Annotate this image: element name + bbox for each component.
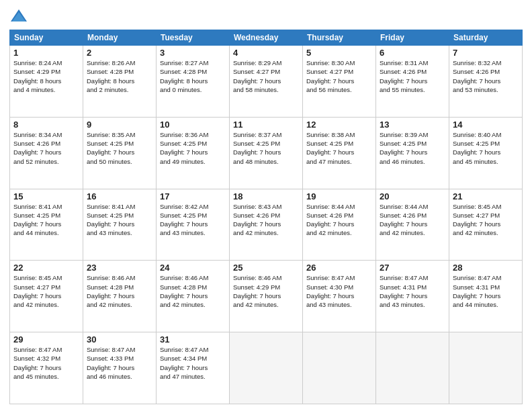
- day-info-line: Sunset: 4:27 PM: [453, 211, 519, 220]
- day-info-line: Sunset: 4:34 PM: [160, 354, 226, 363]
- day-info-line: and 55 minutes.: [380, 85, 445, 94]
- day-info-line: Sunrise: 8:42 AM: [160, 202, 226, 211]
- day-cell: 14Sunrise: 8:40 AMSunset: 4:25 PMDayligh…: [449, 117, 523, 189]
- day-info-line: Daylight: 7 hours: [380, 77, 445, 85]
- day-number: 18: [233, 191, 299, 201]
- day-info-line: and 44 minutes.: [453, 300, 519, 309]
- col-header-friday: Friday: [376, 30, 449, 46]
- day-info-line: Sunset: 4:25 PM: [380, 139, 445, 148]
- day-cell: 8Sunrise: 8:34 AMSunset: 4:26 PMDaylight…: [10, 117, 83, 189]
- day-number: 11: [233, 120, 299, 130]
- day-number: 17: [160, 191, 226, 201]
- day-info-line: and 56 minutes.: [306, 85, 372, 94]
- day-info-line: Daylight: 8 hours: [87, 77, 152, 85]
- day-cell: 17Sunrise: 8:42 AMSunset: 4:25 PMDayligh…: [157, 189, 230, 261]
- day-cell: 29Sunrise: 8:47 AMSunset: 4:32 PMDayligh…: [10, 332, 83, 404]
- day-cell: 11Sunrise: 8:37 AMSunset: 4:25 PMDayligh…: [230, 117, 303, 189]
- day-info: Sunrise: 8:44 AMSunset: 4:26 PMDaylight:…: [306, 202, 372, 238]
- day-info-line: Daylight: 7 hours: [453, 220, 519, 228]
- day-number: 4: [233, 48, 299, 58]
- day-cell: 5Sunrise: 8:30 AMSunset: 4:27 PMDaylight…: [303, 46, 376, 118]
- day-info-line: and 53 minutes.: [453, 85, 519, 94]
- day-cell: 22Sunrise: 8:45 AMSunset: 4:27 PMDayligh…: [10, 261, 83, 332]
- day-cell: 30Sunrise: 8:47 AMSunset: 4:33 PMDayligh…: [83, 332, 157, 404]
- day-number: 12: [306, 120, 372, 130]
- day-info-line: Sunset: 4:26 PM: [13, 139, 79, 148]
- day-info-line: Daylight: 7 hours: [13, 220, 79, 228]
- day-info-line: and 45 minutes.: [13, 372, 79, 381]
- logo: [9, 7, 31, 26]
- day-info-line: Daylight: 7 hours: [87, 148, 152, 156]
- day-cell: [376, 332, 449, 404]
- day-info-line: Sunset: 4:32 PM: [13, 354, 79, 363]
- day-info-line: Sunrise: 8:39 AM: [380, 130, 445, 139]
- day-cell: [230, 332, 303, 404]
- day-info-line: Sunrise: 8:41 AM: [13, 202, 79, 211]
- day-number: 23: [87, 263, 152, 273]
- day-info-line: Daylight: 8 hours: [13, 77, 79, 85]
- day-number: 24: [160, 263, 226, 273]
- col-header-tuesday: Tuesday: [157, 30, 230, 46]
- day-info-line: Sunset: 4:29 PM: [13, 67, 79, 76]
- day-info-line: Sunrise: 8:47 AM: [306, 273, 372, 282]
- day-cell: 10Sunrise: 8:36 AMSunset: 4:25 PMDayligh…: [157, 117, 230, 189]
- day-info-line: Sunset: 4:25 PM: [233, 139, 299, 148]
- day-number: 26: [306, 263, 372, 273]
- day-info-line: Daylight: 7 hours: [233, 220, 299, 228]
- day-info-line: Sunrise: 8:47 AM: [87, 345, 152, 354]
- day-info-line: Daylight: 7 hours: [453, 148, 519, 156]
- day-info-line: and 42 minutes.: [233, 228, 299, 237]
- day-info-line: Sunrise: 8:47 AM: [380, 273, 445, 282]
- day-number: 30: [87, 334, 152, 345]
- day-cell: 2Sunrise: 8:26 AMSunset: 4:28 PMDaylight…: [83, 46, 157, 118]
- day-info-line: and 46 minutes.: [87, 372, 152, 381]
- day-info: Sunrise: 8:47 AMSunset: 4:34 PMDaylight:…: [160, 345, 226, 381]
- day-info-line: Daylight: 7 hours: [160, 148, 226, 156]
- day-info-line: Sunset: 4:26 PM: [380, 67, 445, 76]
- day-info-line: and 52 minutes.: [13, 157, 79, 166]
- day-info-line: Sunset: 4:25 PM: [160, 211, 226, 220]
- day-info-line: Sunrise: 8:36 AM: [160, 130, 226, 139]
- day-number: 16: [87, 191, 152, 201]
- day-info-line: and 42 minutes.: [306, 228, 372, 237]
- day-number: 5: [306, 48, 372, 58]
- week-row-0: 1Sunrise: 8:24 AMSunset: 4:29 PMDaylight…: [10, 46, 523, 118]
- day-number: 8: [13, 120, 79, 130]
- day-info-line: Daylight: 7 hours: [87, 363, 152, 372]
- day-number: 27: [380, 263, 445, 273]
- day-cell: 25Sunrise: 8:46 AMSunset: 4:29 PMDayligh…: [230, 261, 303, 332]
- day-cell: [303, 332, 376, 404]
- day-info-line: Sunrise: 8:44 AM: [306, 202, 372, 211]
- day-info-line: Sunset: 4:27 PM: [306, 67, 372, 76]
- day-info: Sunrise: 8:46 AMSunset: 4:28 PMDaylight:…: [87, 273, 152, 309]
- day-cell: 27Sunrise: 8:47 AMSunset: 4:31 PMDayligh…: [376, 261, 449, 332]
- day-info-line: Sunset: 4:31 PM: [380, 283, 445, 291]
- day-info-line: Daylight: 7 hours: [380, 148, 445, 156]
- day-info-line: and 42 minutes.: [380, 228, 445, 237]
- day-number: 2: [87, 48, 152, 58]
- page: SundayMondayTuesdayWednesdayThursdayFrid…: [0, 0, 532, 411]
- day-number: 22: [13, 263, 79, 273]
- day-info-line: Daylight: 7 hours: [306, 148, 372, 156]
- day-info-line: Sunrise: 8:30 AM: [306, 58, 372, 67]
- day-info-line: Sunrise: 8:46 AM: [160, 273, 226, 282]
- day-info-line: Sunrise: 8:41 AM: [87, 202, 152, 211]
- day-cell: 23Sunrise: 8:46 AMSunset: 4:28 PMDayligh…: [83, 261, 157, 332]
- day-number: 20: [380, 191, 445, 201]
- day-number: 28: [453, 263, 519, 273]
- day-number: 31: [160, 334, 226, 345]
- day-number: 19: [306, 191, 372, 201]
- day-info-line: Sunset: 4:28 PM: [87, 283, 152, 291]
- day-info-line: and 44 minutes.: [13, 228, 79, 237]
- day-info: Sunrise: 8:46 AMSunset: 4:29 PMDaylight:…: [233, 273, 299, 309]
- day-number: 3: [160, 48, 226, 58]
- day-info-line: Daylight: 7 hours: [87, 220, 152, 228]
- day-info-line: and 58 minutes.: [233, 85, 299, 94]
- day-info-line: Sunrise: 8:40 AM: [453, 130, 519, 139]
- day-number: 7: [453, 48, 519, 58]
- day-info-line: Sunrise: 8:35 AM: [87, 130, 152, 139]
- day-info: Sunrise: 8:29 AMSunset: 4:27 PMDaylight:…: [233, 58, 299, 94]
- day-info-line: Sunrise: 8:26 AM: [87, 58, 152, 67]
- day-cell: 13Sunrise: 8:39 AMSunset: 4:25 PMDayligh…: [376, 117, 449, 189]
- day-cell: 21Sunrise: 8:45 AMSunset: 4:27 PMDayligh…: [449, 189, 523, 261]
